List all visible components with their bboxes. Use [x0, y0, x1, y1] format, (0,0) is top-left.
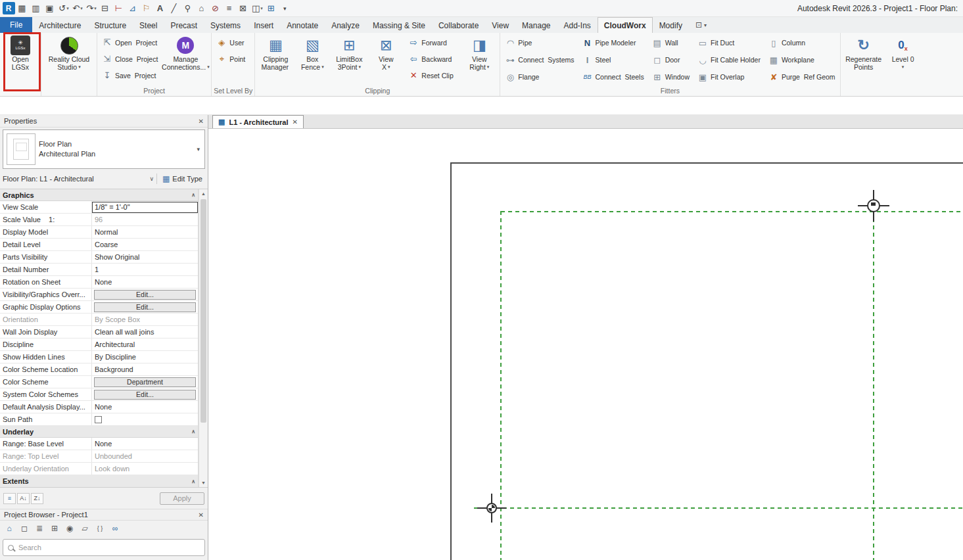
search-input[interactable] — [18, 544, 204, 551]
views-icon[interactable]: ▦ — [16, 2, 29, 15]
ribbon-tab[interactable]: CloudWorx — [598, 17, 653, 33]
property-row[interactable]: View Scale 1/8" = 1'-0" 1/8" = 1'-0" 1/8… — [0, 201, 198, 214]
edit-type-button[interactable]: ▦ Edit Type — [160, 174, 205, 183]
property-row[interactable]: Scale Value 1: 96 96 96 — [0, 214, 198, 226]
property-row[interactable]: Sun Path — [0, 413, 198, 426]
property-edit-button[interactable]: Edit... — [94, 390, 196, 400]
ribbon-tab[interactable]: Add-Ins — [557, 17, 597, 33]
close-icon[interactable]: ✕ — [199, 511, 204, 519]
backward-button[interactable]: ⇦ Backward — [406, 51, 459, 67]
property-row[interactable]: Color Scheme Location Background Backgro… — [0, 363, 198, 376]
ribbon-tab[interactable]: Systems — [204, 17, 247, 33]
switch-windows-icon[interactable]: ◫ ▾ — [250, 2, 264, 15]
scope-box-top-line[interactable] — [501, 211, 963, 212]
reality-cloud-studio-button[interactable]: Reality Cloud Studio▾ — [43, 34, 95, 72]
property-row[interactable]: Default Analysis Display... None None No… — [0, 401, 198, 413]
ribbon-tab[interactable]: Structure — [87, 17, 133, 33]
ribbon-display-toggle[interactable]: ⊡ ▾ — [689, 17, 713, 33]
view-tab-l1-architectural[interactable]: ▦ L1 - Architectural ✕ — [212, 115, 304, 128]
property-value[interactable]: By Discipline — [92, 353, 136, 361]
group-sort-icon[interactable]: ≡ — [3, 493, 16, 504]
group-header-extents[interactable]: Extents ∧ — [0, 475, 198, 487]
save-icon[interactable]: ▣ — [43, 2, 57, 15]
column-button[interactable]: ▯ Column — [766, 35, 838, 51]
text-icon[interactable]: A — [154, 2, 167, 15]
property-row[interactable]: Range: Base Level None None None — [0, 438, 198, 450]
property-row[interactable]: Parts Visibility Show Original Show Orig… — [0, 251, 198, 264]
open-lgsx-button[interactable]: ✳LGSx Open LGSx — [2, 34, 39, 72]
property-checkbox[interactable] — [95, 416, 102, 423]
property-value[interactable]: Show Original — [92, 253, 139, 261]
property-edit-button[interactable]: Edit... — [94, 302, 196, 312]
ribbon-tab[interactable]: Insert — [247, 17, 280, 33]
chevron-down-icon[interactable]: ∨ — [149, 175, 154, 182]
save-project-button[interactable]: ↧ Save Project — [99, 67, 160, 83]
property-edit-button[interactable]: Edit... — [94, 290, 196, 300]
collapse-icon[interactable]: ∧ — [191, 478, 195, 484]
property-value[interactable]: None — [92, 403, 112, 411]
property-row[interactable]: Show Hidden Lines By Discipline By Disci… — [0, 351, 198, 363]
braces-icon[interactable]: { } — [93, 523, 106, 535]
property-value[interactable]: Unbounded — [92, 452, 132, 460]
property-value[interactable]: Architectural — [92, 340, 135, 348]
box-fence-button[interactable]: ▧ Box Fence▾ — [294, 34, 331, 72]
customize-qat-icon[interactable]: ▾ — [279, 2, 292, 15]
ribbon-tab[interactable]: Steel — [133, 17, 164, 33]
property-value[interactable]: Background — [92, 365, 133, 373]
scrollbar-thumb[interactable] — [200, 199, 206, 423]
property-row[interactable]: Graphic Display Options Edit... Edit... … — [0, 301, 198, 314]
flange-button[interactable]: ◎ Flange — [502, 69, 576, 85]
ribbon-tab[interactable]: Collaborate — [432, 17, 485, 33]
type-selector[interactable]: Floor Plan Architectural Plan ▾ — [3, 129, 205, 169]
reset-clip-button[interactable]: ✕ Reset Clip — [406, 67, 459, 83]
sort-ascending-icon[interactable]: A↓ — [17, 493, 30, 504]
property-row[interactable]: Detail Level Coarse Coarse Coarse — [0, 239, 198, 251]
undo-icon[interactable]: ↶ ▾ — [71, 2, 84, 15]
preview-icon[interactable]: ◉ — [63, 523, 76, 535]
ribbon-tab[interactable]: Manage — [515, 17, 557, 33]
ribbon-tab[interactable]: Precast — [164, 17, 204, 33]
sheet-icon[interactable]: ▱ — [78, 523, 91, 535]
manage-connections-button[interactable]: M Manage Connections...▾ — [162, 34, 209, 72]
thin-lines-icon[interactable]: ≡ — [223, 2, 236, 15]
home-icon[interactable]: ⌂ — [3, 523, 16, 535]
level-0-button[interactable]: 0x Level 0 ▾ — [886, 34, 920, 72]
property-row[interactable]: Rotation on Sheet None None None — [0, 276, 198, 289]
pipe-modeler-button[interactable]: N Pipe Modeler — [580, 35, 647, 51]
limitbox-3point-button[interactable]: ⊞ LimitBox 3Point▾ — [331, 34, 367, 72]
ribbon-tab[interactable]: Architecture — [32, 17, 87, 33]
list-view-icon[interactable]: ≣ — [33, 523, 46, 535]
property-value[interactable]: None — [92, 440, 112, 448]
close-view-icon[interactable]: ✕ — [292, 118, 297, 126]
redo-icon[interactable]: ↷ ▾ — [85, 2, 98, 15]
property-value[interactable]: 96 — [92, 216, 103, 223]
sync-icon[interactable]: ↺ ▾ — [57, 2, 70, 15]
ribbon-tab[interactable]: Analyze — [325, 17, 366, 33]
set-level-point-button[interactable]: ⌖ Point — [214, 51, 248, 67]
ribbon-tab[interactable]: View — [485, 17, 515, 33]
property-value[interactable]: Coarse — [92, 241, 118, 248]
chevron-down-icon[interactable]: ▾ — [192, 146, 204, 152]
workplane-button[interactable]: ▦ Workplane — [766, 52, 838, 68]
print-icon[interactable]: ⊟ — [99, 2, 112, 15]
close-icon[interactable]: ✕ — [199, 118, 204, 125]
set-level-user-button[interactable]: ◈ User — [214, 34, 248, 51]
collapse-icon[interactable]: ∧ — [191, 192, 195, 198]
property-row[interactable]: Detail Number 1 1 1 — [0, 264, 198, 276]
line-icon[interactable]: ╱ — [168, 2, 181, 15]
section-icon[interactable]: ⊘ — [209, 2, 222, 15]
regenerate-points-button[interactable]: ↻ Regenerate Points — [843, 34, 885, 72]
window-button[interactable]: ⊞ Window — [649, 69, 692, 85]
property-row[interactable]: Discipline Architectural Architectural A… — [0, 338, 198, 351]
instance-selector[interactable]: Floor Plan: L1 - Architectural — [3, 175, 147, 183]
scroll-up-icon[interactable]: ▲ — [199, 189, 208, 198]
ribbon-tab[interactable]: Modify — [653, 17, 689, 33]
open-project-button[interactable]: ⇱ Open Project — [99, 34, 160, 51]
property-row[interactable]: System Color Schemes Edit... Edit... Edi… — [0, 388, 198, 401]
fit-cable-holder-button[interactable]: ◡ Fit Cable Holder — [695, 52, 763, 68]
ribbon-tab[interactable]: Annotate — [280, 17, 325, 33]
connect-steels-button[interactable]: BB Connect Steels — [580, 69, 647, 85]
property-value[interactable]: By Scope Box — [92, 315, 140, 323]
collapse-icon[interactable]: ∧ — [191, 429, 195, 434]
property-value[interactable]: Normal — [92, 228, 118, 236]
